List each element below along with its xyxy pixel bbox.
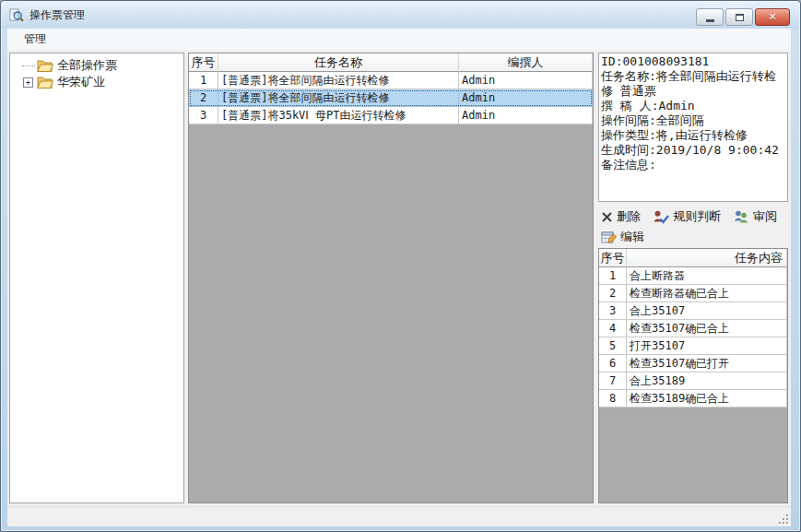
tree-item-huarong-mine[interactable]: + 华荣矿业 [10,74,183,90]
detail-line: 任务名称:将全部间隔由运行转检修 普通票 [601,69,785,99]
content-row-text: 打开35107 [627,337,787,355]
ticket-tree-panel: 全部操作票 + 华荣矿业 [9,53,184,503]
tree-item-label: 华荣矿业 [57,74,105,90]
close-button[interactable]: ✕ [755,8,790,26]
ticket-detail-panel: ID:001008093181任务名称:将全部间隔由运行转检修 普通票撰 稿 人… [598,53,788,202]
content-row-text: 检查35107确已合上 [627,320,787,337]
task-table: 序号 任务名称 编撰人 1 [普通票]将全部间隔由运行转检修 Admin 2 [… [188,53,594,503]
content-row-number: 5 [599,337,627,355]
content-row-number: 3 [599,302,627,320]
column-header-task-name[interactable]: 任务名称 [218,53,459,72]
content-table-row[interactable]: 7 合上35189 [599,372,787,390]
window-body: 管理 全部操作票 + [7,29,791,526]
content-table-row[interactable]: 3 合上35107 [599,302,787,320]
menu-item-manage[interactable]: 管理 [20,30,50,49]
person-check-icon [653,210,669,224]
detail-line: 生成时间:2019/10/8 9:00:42 [601,143,785,158]
content-row-number: 6 [599,355,627,372]
minimize-button[interactable] [696,8,724,26]
content-row-number: 7 [599,372,627,390]
window-title: 操作票管理 [29,7,85,23]
titlebar: 操作票管理 ✕ [2,2,799,29]
task-row-author: Admin [459,107,593,124]
detail-line: ID:001008093181 [601,54,785,69]
delete-x-icon [601,211,613,223]
expand-plus-icon[interactable]: + [23,77,33,88]
task-row-number: 1 [189,72,218,89]
maximize-button[interactable] [725,8,753,26]
content-table-body: 1 合上断路器 2 检查断路器确已合上 3 合上35107 4 检查35107确… [599,267,787,408]
rule-check-button[interactable]: 规则判断 [650,207,724,226]
window-controls: ✕ [696,8,790,26]
status-bar [7,506,791,526]
tree-item-label: 全部操作票 [57,57,117,74]
delete-button[interactable]: 删除 [598,207,643,226]
detail-column: ID:001008093181任务名称:将全部间隔由运行转检修 普通票撰 稿 人… [598,53,788,503]
minimize-icon [706,19,714,22]
detail-line: 备注信息: [601,158,785,172]
content-row-number: 4 [599,320,627,337]
folder-icon [37,59,53,72]
edit-button-label: 编辑 [620,229,644,245]
content-row-text: 合上35189 [627,372,787,390]
task-row-number: 3 [189,107,218,124]
task-table-row[interactable]: 3 [普通票]将35kVⅠ 母PT由运行转检修 Admin [189,107,593,124]
content-table-row[interactable]: 2 检查断路器确已合上 [599,285,787,302]
task-row-name: [普通票]将全部间隔由运行转检修 [218,72,459,89]
task-content-table: 序号 任务内容 1 合上断路器 2 检查断路器确已合上 3 [598,248,788,503]
menubar: 管理 [7,29,791,50]
content-row-number: 1 [599,267,627,285]
detail-line: 操作类型:将,由运行转检修 [601,128,785,143]
detail-line: 撰 稿 人:Admin [601,99,785,113]
column-header-number[interactable]: 序号 [189,53,218,72]
content-row-number: 8 [599,390,627,408]
review-button-label: 审阅 [753,208,777,225]
content-table-row[interactable]: 1 合上断路器 [599,267,787,285]
app-icon [9,8,24,23]
task-table-row[interactable]: 2 [普通票]将全部间隔由运行转检修 Admin [189,89,593,107]
edit-button[interactable]: 编辑 [598,228,647,246]
task-table-body: 1 [普通票]将全部间隔由运行转检修 Admin 2 [普通票]将全部间隔由运行… [189,72,593,124]
content-table-row[interactable]: 6 检查35107确已打开 [599,355,787,372]
resize-grip-icon[interactable] [777,513,789,525]
task-row-number: 2 [189,89,218,107]
review-button[interactable]: 审阅 [730,207,780,226]
delete-button-label: 删除 [617,208,641,225]
content-table-header: 序号 任务内容 [599,249,787,267]
content-table-row[interactable]: 8 检查35189确已合上 [599,390,787,408]
content-row-text: 检查35107确已打开 [627,355,787,372]
content-row-text: 检查35189确已合上 [627,390,787,408]
task-row-name: [普通票]将全部间隔由运行转检修 [218,89,459,107]
task-table-row[interactable]: 1 [普通票]将全部间隔由运行转检修 Admin [189,72,593,89]
task-row-name: [普通票]将35kVⅠ 母PT由运行转检修 [218,107,459,124]
content-row-text: 合上断路器 [627,267,787,285]
task-row-author: Admin [459,72,593,89]
people-review-icon [733,210,749,223]
content-row-text: 检查断路器确已合上 [627,285,787,302]
column-header-number[interactable]: 序号 [599,249,627,267]
folder-icon [37,76,53,89]
column-header-content[interactable]: 任务内容 [627,249,787,267]
column-header-author[interactable]: 编撰人 [459,53,593,72]
main-area: 全部操作票 + 华荣矿业 [7,50,791,506]
detail-line: 操作间隔:全部间隔 [601,113,785,128]
content-table-row[interactable]: 5 打开35107 [599,337,787,355]
content-row-number: 2 [599,285,627,302]
tree-item-all-tickets[interactable]: 全部操作票 [10,57,183,74]
content-row-text: 合上35107 [627,302,787,320]
close-icon: ✕ [768,12,776,22]
app-window: 操作票管理 ✕ 管理 全 [0,0,801,532]
maximize-icon [736,14,744,21]
tree-expander-slot: + [19,77,37,88]
action-toolbar: 删除 规则判断 [598,207,788,226]
edit-table-pencil-icon [601,231,617,243]
tree-connector [19,65,37,66]
content-table-row[interactable]: 4 检查35107确已合上 [599,320,787,337]
rule-check-button-label: 规则判断 [673,208,721,225]
task-table-header: 序号 任务名称 编撰人 [189,53,593,72]
edit-toolbar: 编辑 [598,228,788,246]
task-row-author: Admin [459,89,593,107]
